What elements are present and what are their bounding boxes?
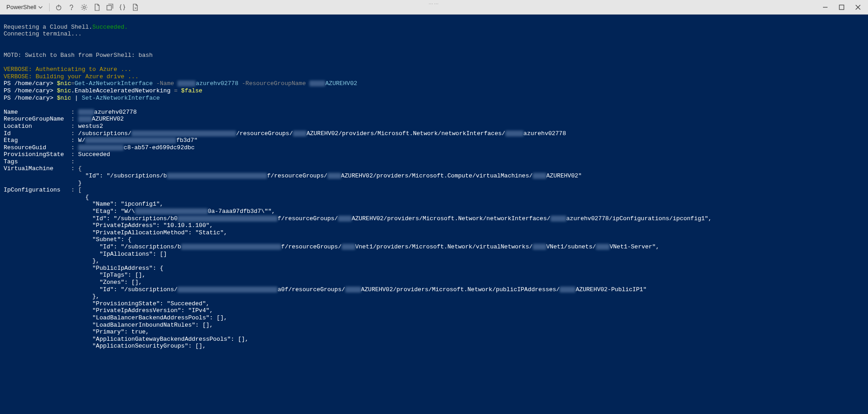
svg-point-2 bbox=[71, 9, 71, 10]
file-icon bbox=[93, 4, 101, 11]
output-line: "ProvisioningState": "Succeeded", bbox=[4, 300, 210, 307]
command-line-3: PS /home/cary> $nic | Set-AzNetworkInter… bbox=[4, 95, 160, 101]
editor-button[interactable] bbox=[117, 2, 128, 13]
output-line: Tags : bbox=[4, 158, 75, 165]
output-line: }, bbox=[4, 293, 100, 300]
minimize-icon bbox=[823, 5, 828, 10]
output-line: Name : azurehv02778 bbox=[4, 109, 136, 116]
line: MOTD: Switch to Bash from PowerShell: ba… bbox=[4, 52, 153, 59]
output-line: "Subnet": { bbox=[4, 236, 131, 243]
output-line: "PrivateIpAddressVersion": "IPv4", bbox=[4, 307, 213, 314]
command-line-2: PS /home/cary> $nic.EnableAcceleratedNet… bbox=[4, 87, 202, 94]
drag-handle[interactable]: ⋯⋯ bbox=[429, 1, 439, 6]
output-line: ProvisioningState : Succeeded bbox=[4, 151, 110, 158]
power-icon bbox=[55, 4, 62, 11]
output-line: }, bbox=[4, 257, 100, 264]
cloud-shell-toolbar: ⋯⋯ PowerShell bbox=[0, 0, 868, 15]
output-line: "IpAllocations": [] bbox=[4, 251, 167, 257]
output-line: "Name": "ipconfig1", bbox=[4, 201, 163, 207]
output-line: "Id": "/subscriptions/b0f/resourceGroups… bbox=[4, 215, 712, 222]
output-line: Location : westus2 bbox=[4, 123, 103, 130]
minimize-button[interactable] bbox=[819, 2, 832, 13]
output-line: ResourceGroupName : AZUREHV02 bbox=[4, 116, 124, 122]
shell-selector[interactable]: PowerShell bbox=[4, 3, 45, 11]
new-session-button[interactable] bbox=[104, 2, 115, 13]
output-line: "PrivateIpAllocationMethod": "Static", bbox=[4, 229, 227, 236]
output-line: ResourceGuid : c8-ab57-ed699dc92dbc bbox=[4, 144, 195, 151]
line: Requesting a Cloud Shell.Succeeded. bbox=[4, 24, 128, 30]
chevron-down-icon bbox=[38, 5, 43, 10]
output-line: IpConfigurations : [ bbox=[4, 187, 82, 193]
terminal-output[interactable]: Requesting a Cloud Shell.Succeeded. Conn… bbox=[0, 15, 868, 414]
output-line: "ApplicationSecurityGroups": [], bbox=[4, 343, 206, 349]
output-line: "Id": "/subscriptions/bf/resourceGroups/… bbox=[4, 243, 659, 250]
command-line-1: PS /home/cary> $nic=Get-AzNetworkInterfa… bbox=[4, 80, 357, 87]
close-icon bbox=[855, 5, 861, 10]
output-line: "Id": "/subscriptions/a0f/resourceGroups… bbox=[4, 286, 646, 293]
restart-button[interactable] bbox=[53, 2, 64, 13]
toolbar-divider bbox=[49, 3, 50, 11]
line: Connecting terminal... bbox=[4, 30, 82, 37]
settings-button[interactable] bbox=[79, 2, 90, 13]
output-line: "Etag": "W/\0a-7aaa97dfb3d7\"", bbox=[4, 208, 275, 215]
line: VERBOSE: Building your Azure drive ... bbox=[4, 73, 138, 80]
output-line: "LoadBalancerBackendAddressPools": [], bbox=[4, 314, 227, 321]
output-line: "IpTags": [], bbox=[4, 272, 146, 278]
svg-point-3 bbox=[83, 6, 85, 8]
help-button[interactable] bbox=[66, 2, 77, 13]
output-line: Id : /subscriptions//resourceGroups/AZUR… bbox=[4, 130, 566, 137]
braces-icon bbox=[119, 4, 126, 11]
close-button[interactable] bbox=[852, 2, 864, 13]
output-line: "PrivateIpAddress": "10.10.1.100", bbox=[4, 222, 213, 229]
upload-download-button[interactable] bbox=[91, 2, 102, 13]
output-line: { bbox=[4, 194, 89, 201]
output-line: "PublicIpAddress": { bbox=[4, 265, 163, 272]
help-icon bbox=[68, 4, 75, 11]
gear-icon bbox=[81, 4, 88, 11]
output-line: "Primary": true, bbox=[4, 328, 149, 335]
svg-rect-4 bbox=[107, 5, 111, 10]
output-line: "ApplicationGatewayBackendAddressPools":… bbox=[4, 336, 248, 343]
svg-rect-6 bbox=[839, 5, 844, 10]
output-line: Etag : W/fb3d7" bbox=[4, 137, 197, 144]
maximize-icon bbox=[839, 5, 844, 10]
maximize-button[interactable] bbox=[835, 2, 848, 13]
shell-selector-label: PowerShell bbox=[6, 4, 36, 10]
window-controls bbox=[819, 2, 864, 13]
file-preview-icon bbox=[131, 4, 139, 11]
output-line: "Id": "/subscriptions/bf/resourceGroups/… bbox=[4, 172, 582, 179]
web-preview-button[interactable] bbox=[130, 2, 141, 13]
output-line: VirtualMachine : { bbox=[4, 165, 82, 172]
line: VERBOSE: Authenticating to Azure ... bbox=[4, 66, 131, 73]
output-line: "LoadBalancerInboundNatRules": [], bbox=[4, 322, 213, 328]
open-new-icon bbox=[106, 4, 113, 11]
output-line: } bbox=[4, 180, 82, 187]
output-line: "Zones": [], bbox=[4, 279, 142, 286]
